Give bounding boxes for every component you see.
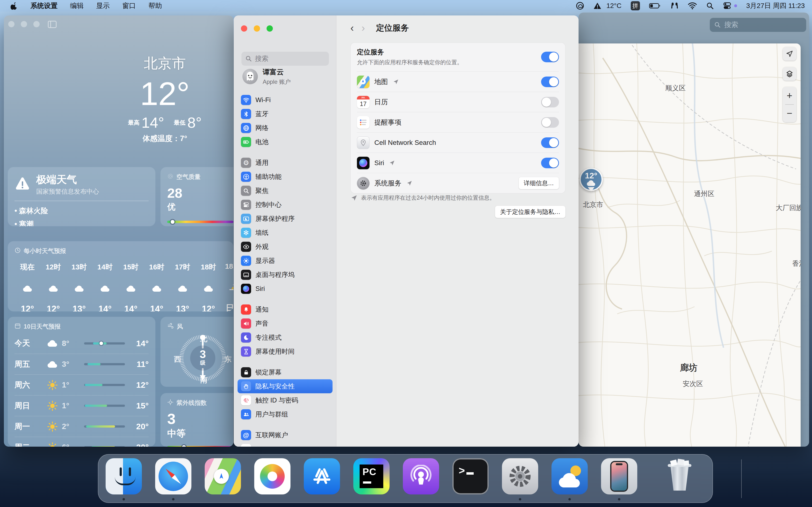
- sidebar-item-appearance[interactable]: 外观: [238, 240, 333, 254]
- spotlight-icon[interactable]: [706, 2, 714, 10]
- control-center-icon[interactable]: [723, 2, 731, 10]
- reminders-location-toggle[interactable]: [541, 117, 559, 128]
- bell-icon: [241, 304, 251, 315]
- zoom-in-button[interactable]: +: [783, 87, 796, 104]
- airpods-icon[interactable]: [670, 2, 678, 10]
- sidebar-item-siri[interactable]: Siri: [238, 282, 333, 296]
- profile-row[interactable]: 谭富云 Apple 账户: [242, 67, 291, 86]
- warning-icon: [14, 177, 31, 192]
- dock-pycharm-icon[interactable]: PC: [353, 458, 390, 495]
- menu-app-name[interactable]: 系统设置: [31, 1, 57, 10]
- menubar-temperature[interactable]: 12°C: [606, 2, 621, 10]
- sidebar-item-general[interactable]: ⚙ 通用: [238, 156, 333, 170]
- menu-help[interactable]: 帮助: [148, 1, 162, 10]
- system-services-details-button[interactable]: 详细信息…: [519, 177, 559, 189]
- forecast-row[interactable]: 周二 6° 20°: [14, 437, 149, 447]
- settings-search-field[interactable]: 搜索: [242, 52, 329, 66]
- forecast-row[interactable]: 今天 8° 14°: [14, 333, 149, 354]
- aqi-card[interactable]: 空气质量 28 优 当前 AQI (CN) 为 28。: [160, 167, 234, 226]
- sidebar-item-privacy-security[interactable]: 隐私与安全性: [238, 379, 333, 393]
- sidebar-item-network[interactable]: 网络: [238, 121, 333, 135]
- sidebar-item-users-groups[interactable]: 用户与群组: [238, 407, 333, 421]
- forward-button[interactable]: ›: [358, 22, 369, 34]
- sidebar-item-wifi[interactable]: Wi-Fi: [238, 93, 333, 107]
- dock-system-settings-icon[interactable]: [502, 458, 538, 495]
- battery-icon[interactable]: [649, 3, 661, 9]
- sidebar-item-spotlight[interactable]: 聚焦: [238, 184, 333, 198]
- sidebar-item-battery[interactable]: 电池: [238, 135, 333, 149]
- maps-search-field[interactable]: 搜索: [710, 18, 806, 32]
- sidebar-item-screensaver[interactable]: 屏幕保护程序: [238, 212, 333, 226]
- zoom-out-button[interactable]: −: [783, 105, 796, 122]
- about-location-privacy-button[interactable]: 关于定位服务与隐私…: [495, 206, 565, 218]
- siri-location-toggle[interactable]: [541, 158, 559, 168]
- dock-maps-icon[interactable]: [205, 458, 241, 495]
- cell-network-toggle[interactable]: [541, 137, 559, 148]
- maps-app-icon: [357, 75, 369, 88]
- sidebar-item-sound[interactable]: 声音: [238, 317, 333, 331]
- wifi-icon: [241, 95, 251, 105]
- locate-button[interactable]: [783, 47, 796, 61]
- maps-location-toggle[interactable]: [541, 76, 559, 87]
- sidebar-item-screen-time[interactable]: 屏幕使用时间: [238, 344, 333, 358]
- location-services-toggle[interactable]: [541, 52, 559, 62]
- forecast-row[interactable]: 周五 3° 11°: [14, 354, 149, 375]
- sidebar-item-touch-id[interactable]: 触控 ID 与密码: [238, 393, 333, 407]
- wifi-icon[interactable]: [688, 2, 697, 9]
- sidebar-item-displays[interactable]: 显示器: [238, 254, 333, 268]
- sidebar-item-lock-screen[interactable]: 锁定屏幕: [238, 365, 333, 379]
- cloud-icon: [66, 283, 92, 294]
- sidebar-item-control-center[interactable]: 控制中心: [238, 198, 333, 212]
- sidebar-item-bluetooth[interactable]: 蓝牙: [238, 107, 333, 121]
- sidebar-item-internet-accounts[interactable]: @ 互联网账户: [238, 428, 333, 442]
- app-row-calendar: JUL 17 日历: [357, 92, 559, 112]
- menu-window[interactable]: 窗口: [122, 1, 136, 10]
- panel-title: 定位服务: [376, 22, 409, 34]
- dock-app-store-icon[interactable]: [304, 458, 340, 495]
- zoom-controls: + −: [783, 87, 796, 122]
- running-indicator: [618, 498, 620, 501]
- hourly-title: 每小时天气预报: [24, 247, 66, 255]
- weather-traffic-lights[interactable]: [8, 21, 40, 27]
- map-weather-badge[interactable]: 12°: [579, 168, 603, 191]
- siri-app-icon: [357, 157, 369, 169]
- dock-trash-icon[interactable]: [661, 458, 698, 495]
- dock-finder-icon[interactable]: [106, 458, 142, 495]
- dock-terminal-icon[interactable]: >: [452, 458, 489, 495]
- sidebar-item-accessibility[interactable]: 辅助功能: [238, 170, 333, 184]
- uv-value: 3: [167, 410, 234, 427]
- hourly-card[interactable]: 每小时天气预报 现在12° 12时12° 13时13° 14时14° 15时14…: [8, 241, 234, 312]
- forecast-row[interactable]: 周六 1° 12°: [14, 375, 149, 395]
- cloud-icon: [170, 283, 196, 294]
- dock-iphone-mirroring-icon[interactable]: [601, 458, 637, 495]
- forecast-row[interactable]: 周一 2° 20°: [14, 416, 149, 437]
- sidebar-item-game-center[interactable]: Game Center: [238, 442, 333, 447]
- sidebar-toggle-icon[interactable]: [48, 21, 57, 28]
- dock-safari-icon[interactable]: [155, 458, 191, 495]
- menu-edit[interactable]: 编辑: [70, 1, 84, 10]
- alert-card[interactable]: 极端天气 国家预警信息发布中心 • 森林火险 • 寒潮 2个警报: [8, 167, 155, 226]
- layers-icon: [785, 70, 794, 78]
- uv-card[interactable]: 紫外线指数 3 中等: [160, 393, 234, 447]
- layers-button[interactable]: [783, 67, 796, 80]
- sidebar-item-notifications[interactable]: 通知: [238, 302, 333, 317]
- menu-view[interactable]: 显示: [96, 1, 110, 10]
- dock-weather-icon[interactable]: [552, 458, 588, 495]
- map-canvas[interactable]: 顺义区 通州区 北京市 大厂回族 香河 廊坊 安次区 永清县 12°: [578, 44, 801, 447]
- sidebar-item-focus[interactable]: 专注模式: [238, 331, 333, 344]
- sidebar-item-wallpaper[interactable]: ✻ 墙纸: [238, 226, 333, 240]
- input-method-badge[interactable]: 拼: [631, 1, 640, 10]
- warning-triangle-icon[interactable]: [593, 2, 602, 9]
- settings-traffic-lights[interactable]: [241, 25, 273, 32]
- sidebar-item-desktop-dock[interactable]: 桌面与程序坞: [238, 268, 333, 282]
- calendar-location-toggle[interactable]: [541, 97, 559, 107]
- menubar-clock[interactable]: 3月27日 周四 11:23: [746, 1, 805, 10]
- wind-card[interactable]: 风 北 西 东 南 3级 北阵风：31公里/时: [160, 317, 234, 387]
- ten-day-card[interactable]: 10日天气预报 今天 8° 14° 周五 3° 11° 周六 1°: [8, 317, 155, 447]
- dock-podcasts-icon[interactable]: [403, 458, 439, 495]
- dock-photos-icon[interactable]: [254, 458, 291, 495]
- back-button[interactable]: ‹: [347, 22, 358, 34]
- creative-cloud-icon[interactable]: [576, 2, 584, 10]
- forecast-row[interactable]: 周日 1° 15°: [14, 395, 149, 416]
- apple-logo-icon[interactable]: [11, 2, 18, 10]
